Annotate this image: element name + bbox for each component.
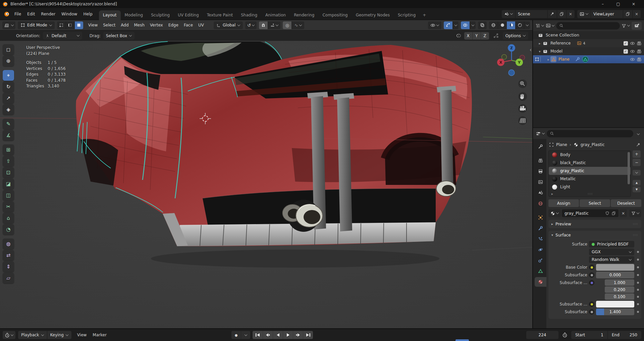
- viewlayer-browse-button[interactable]: [577, 10, 591, 18]
- mirror-z-button[interactable]: Z: [481, 32, 489, 40]
- tool-add-cube[interactable]: ⊞: [3, 144, 14, 155]
- radius-x-slider[interactable]: 1.000: [605, 279, 634, 286]
- overlays-dropdown[interactable]: [470, 21, 476, 29]
- menu-render[interactable]: Render: [38, 10, 58, 18]
- properties-search-input[interactable]: [547, 130, 633, 137]
- transform-orientation-dropdown[interactable]: Global: [214, 21, 243, 29]
- show-overlays-button[interactable]: [461, 21, 470, 29]
- subsurface-color-swatch[interactable]: [596, 301, 634, 308]
- show-gizmo-button[interactable]: [444, 21, 452, 29]
- surface-panel-header[interactable]: ▾ Surface ∷∷: [548, 231, 641, 239]
- menu-view[interactable]: View: [86, 21, 100, 29]
- move-slot-up-button[interactable]: ▲: [633, 180, 641, 186]
- auto-keying-button[interactable]: ●: [231, 331, 241, 339]
- outliner-row-scene-collection[interactable]: Scene Collection: [533, 31, 644, 39]
- playhead-marker[interactable]: [455, 339, 469, 341]
- preview-panel-header[interactable]: ▸ Preview ∷∷: [548, 220, 641, 228]
- outliner-row-model[interactable]: ▾ Model ✓: [533, 47, 644, 55]
- viewport-canvas[interactable]: Z X Y: [0, 41, 532, 328]
- outliner-search-input[interactable]: [556, 22, 620, 29]
- tab-layout[interactable]: Layout: [99, 10, 121, 20]
- use-preview-range-button[interactable]: [561, 331, 569, 339]
- mirror-x-button[interactable]: X: [464, 32, 472, 40]
- material-slot-gray-plastic[interactable]: gray_Plastic: [549, 167, 631, 175]
- tab-world[interactable]: [535, 199, 546, 208]
- tab-tool[interactable]: [535, 142, 546, 151]
- next-keyframe-button[interactable]: [293, 331, 303, 339]
- tool-measure[interactable]: ∡: [3, 130, 14, 141]
- menu-add[interactable]: Add: [118, 21, 131, 29]
- current-frame-field[interactable]: 224: [526, 331, 558, 339]
- tab-output[interactable]: [535, 166, 546, 176]
- hide-eye-icon[interactable]: [629, 49, 636, 54]
- material-slot-body[interactable]: Body: [549, 151, 631, 159]
- hide-eye-icon[interactable]: [629, 57, 636, 62]
- xray-toggle[interactable]: [478, 21, 487, 29]
- subsurface-ior-slider[interactable]: 1.400: [596, 309, 634, 315]
- maximize-button[interactable]: ▢: [610, 0, 626, 8]
- checkbox-icon[interactable]: ✓: [622, 41, 629, 46]
- assign-button[interactable]: Assign: [548, 199, 579, 207]
- breadcrumb-object[interactable]: Plane: [556, 142, 567, 147]
- tab-object[interactable]: [535, 213, 546, 222]
- material-filter-button[interactable]: [629, 209, 641, 217]
- checkbox-icon[interactable]: ✓: [622, 49, 629, 54]
- visibility-dropdown[interactable]: [428, 21, 441, 29]
- remove-viewlayer-button[interactable]: ×: [632, 10, 641, 18]
- tool-spin[interactable]: ◔: [3, 224, 14, 235]
- tool-bevel[interactable]: ◪: [3, 179, 14, 189]
- tab-shading[interactable]: Shading: [237, 10, 261, 20]
- frame-start-field[interactable]: Start1: [571, 331, 607, 339]
- menu-help[interactable]: Help: [80, 10, 95, 18]
- chevron-down-icon[interactable]: [637, 132, 640, 135]
- tab-animation[interactable]: Animation: [261, 10, 290, 20]
- disable-render-icon[interactable]: [636, 41, 642, 46]
- outliner-display-mode-button[interactable]: [535, 23, 544, 28]
- proportional-edit-button[interactable]: ◎: [283, 21, 291, 29]
- editor-type-button[interactable]: [2, 21, 15, 29]
- timeline-marker-menu[interactable]: Marker: [90, 331, 109, 339]
- fake-user-shield-icon[interactable]: [605, 211, 609, 215]
- animate-decorator[interactable]: [636, 296, 640, 298]
- tool-edge-slide[interactable]: ⇄: [3, 250, 14, 261]
- orientation-default-dropdown[interactable]: Default: [43, 32, 82, 40]
- tool-extrude-region[interactable]: ⇧: [3, 156, 14, 166]
- subsurface-value-slider[interactable]: 0.000: [596, 272, 634, 278]
- new-viewlayer-button[interactable]: [623, 10, 632, 18]
- tab-physics[interactable]: [535, 245, 546, 255]
- tab-object-data[interactable]: [535, 266, 546, 276]
- timeline-editor-type-button[interactable]: [3, 331, 15, 339]
- wireframe-shading-button[interactable]: [489, 21, 498, 29]
- tab-modeling[interactable]: Modeling: [121, 10, 147, 20]
- distribution-dropdown[interactable]: GGX: [589, 249, 634, 255]
- prev-keyframe-button[interactable]: [263, 331, 273, 339]
- subsurface-method-dropdown[interactable]: Random Walk: [589, 256, 634, 263]
- tab-material[interactable]: [535, 277, 546, 287]
- material-slot-metallic[interactable]: Metallic: [549, 175, 631, 183]
- unlink-material-button[interactable]: ×: [620, 209, 627, 217]
- material-preview-button[interactable]: [506, 21, 515, 29]
- menu-edit[interactable]: Edit: [24, 10, 38, 18]
- menu-mesh[interactable]: Mesh: [131, 21, 148, 29]
- tool-select-box[interactable]: ◻: [3, 44, 14, 55]
- gizmo-dropdown[interactable]: [452, 21, 459, 29]
- tab-constraints[interactable]: [535, 256, 546, 265]
- tool-inset-faces[interactable]: ⊡: [3, 167, 14, 178]
- outliner-filter-button[interactable]: [622, 23, 630, 28]
- tab-modifiers[interactable]: [535, 223, 546, 233]
- tab-uv-editing[interactable]: UV Editing: [174, 10, 203, 20]
- tab-compositing[interactable]: Compositing: [318, 10, 352, 20]
- animate-decorator[interactable]: [636, 289, 640, 291]
- select-button[interactable]: Select: [580, 199, 610, 207]
- menu-window[interactable]: Window: [58, 10, 80, 18]
- rendered-shading-button[interactable]: [515, 21, 524, 29]
- outliner-filter-mode-button[interactable]: [546, 23, 554, 28]
- animate-decorator[interactable]: [636, 266, 640, 268]
- disable-render-icon[interactable]: [636, 49, 642, 54]
- mode-dropdown[interactable]: Edit Mode: [18, 21, 55, 29]
- move-slot-down-button[interactable]: ▼: [633, 187, 641, 192]
- surface-shader-field[interactable]: Principled BSDF: [589, 241, 634, 248]
- pin-scene-button[interactable]: [547, 10, 557, 18]
- keying-set-dropdown[interactable]: [241, 331, 250, 339]
- snap-toggle-button[interactable]: [259, 21, 268, 29]
